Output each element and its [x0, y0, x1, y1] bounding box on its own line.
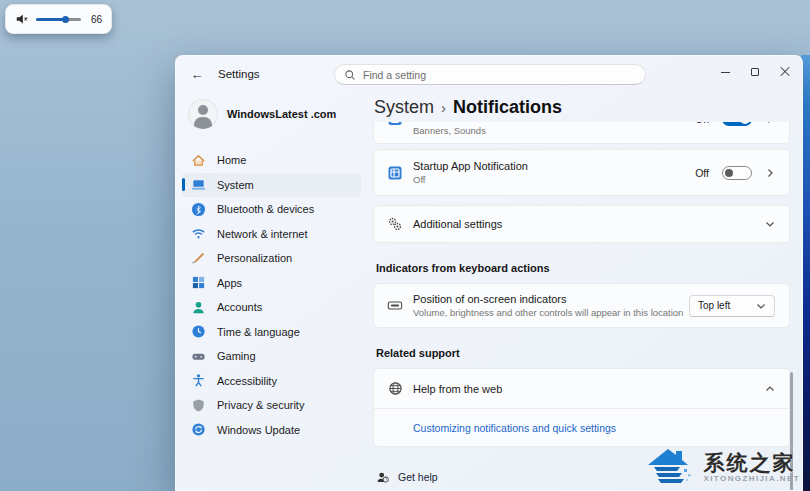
- startup-app-notification-row[interactable]: Startup App Notification Off Off: [373, 149, 790, 196]
- get-help-icon: ?: [376, 471, 389, 484]
- system-icon: [191, 177, 206, 192]
- minimize-icon: [721, 72, 730, 73]
- breadcrumb: System › Notifications: [371, 92, 796, 122]
- additional-settings-title: Additional settings: [413, 218, 765, 230]
- additional-settings-icon: [387, 216, 403, 232]
- onscreen-indicator-icon: [387, 298, 403, 313]
- chevron-right-icon: [765, 168, 775, 178]
- network-icon: [191, 226, 206, 241]
- accessibility-icon: [191, 373, 206, 388]
- volume-slider[interactable]: [36, 18, 81, 21]
- chevron-right-icon: [765, 122, 775, 124]
- search-icon: [344, 69, 356, 81]
- notifications-subtitle: Banners, Sounds: [413, 125, 695, 136]
- watermark-subtitle: XITONGZHIJIA.NET: [704, 474, 800, 483]
- volume-value: 66: [88, 14, 102, 25]
- sidebar-item-windows-update[interactable]: Windows Update: [182, 418, 361, 443]
- banners-icon: [387, 122, 403, 127]
- position-indicators-row: Position of on-screen indicators Volume,…: [373, 283, 790, 328]
- watermark-title: 系统之家: [704, 451, 796, 474]
- help-from-web-title: Help from the web: [413, 383, 765, 395]
- watermark: 系统之家 XITONGZHIJIA.NET: [644, 445, 800, 489]
- position-dropdown-value: Top left: [698, 300, 730, 311]
- help-from-web-card: Help from the web Customizing notificati…: [373, 368, 790, 447]
- sidebar-item-home[interactable]: Home: [182, 148, 361, 173]
- help-link-row: Customizing notifications and quick sett…: [374, 409, 789, 446]
- caption-buttons: [710, 56, 800, 88]
- sidebar-item-system[interactable]: System: [182, 173, 361, 198]
- sidebar-item-accessibility[interactable]: Accessibility: [182, 369, 361, 394]
- maximize-icon: [751, 68, 759, 76]
- gaming-icon: [191, 349, 206, 364]
- startup-toggle-label: Off: [695, 167, 709, 179]
- volume-slider-thumb[interactable]: [62, 16, 69, 23]
- minimize-button[interactable]: [710, 56, 740, 88]
- sidebar-item-network-internet[interactable]: Network & internet: [182, 222, 361, 247]
- sidebar-item-accounts[interactable]: Accounts: [182, 295, 361, 320]
- page-title: Notifications: [453, 97, 562, 118]
- xitongzhijia-logo-icon: [644, 445, 696, 489]
- back-arrow-icon: ←: [191, 67, 204, 82]
- bluetooth-icon: [191, 202, 206, 217]
- sidebar-item-bluetooth-devices[interactable]: Bluetooth & devices: [182, 197, 361, 222]
- position-dropdown[interactable]: Top left: [689, 295, 775, 317]
- search-box[interactable]: [334, 64, 646, 85]
- accounts-icon: [191, 300, 206, 315]
- personalization-icon: [191, 251, 206, 266]
- sidebar-item-privacy-security[interactable]: Privacy & security: [182, 393, 361, 418]
- close-button[interactable]: [770, 56, 800, 88]
- sidebar-item-personalization[interactable]: Personalization: [182, 246, 361, 271]
- back-button[interactable]: ←: [184, 63, 210, 85]
- get-help-label: Get help: [398, 471, 438, 483]
- chevron-up-icon: [765, 384, 775, 394]
- titlebar: ← Settings: [176, 56, 802, 92]
- settings-window: ← Settings WindowsLatest .com Home Syste…: [175, 55, 803, 491]
- home-icon: [191, 153, 206, 168]
- position-subtitle: Volume, brightness and other controls wi…: [413, 307, 689, 318]
- notifications-toggle-label: On: [695, 122, 709, 125]
- sidebar-item-time-language[interactable]: Time & language: [182, 320, 361, 345]
- sidebar-item-gaming[interactable]: Gaming: [182, 344, 361, 369]
- windows-update-icon: [191, 422, 206, 437]
- sidebar-nav: Home System Bluetooth & devices Network …: [176, 148, 371, 442]
- breadcrumb-root[interactable]: System: [374, 97, 434, 118]
- time-language-icon: [191, 324, 206, 339]
- avatar: [188, 99, 218, 129]
- startup-toggle[interactable]: [722, 166, 752, 180]
- user-account-row[interactable]: WindowsLatest .com: [176, 95, 371, 133]
- sidebar-item-apps[interactable]: Apps: [182, 271, 361, 296]
- additional-settings-row[interactable]: Additional settings: [373, 205, 790, 243]
- startup-app-icon: [387, 165, 403, 181]
- user-name: WindowsLatest .com: [227, 108, 336, 120]
- notifications-row[interactable]: Banners, Sounds On: [373, 122, 790, 144]
- startup-subtitle: Off: [413, 174, 695, 185]
- chevron-down-icon: [756, 301, 766, 311]
- scroll-viewport: Banners, Sounds On Startup App Notificat…: [371, 122, 792, 490]
- position-title: Position of on-screen indicators: [413, 293, 689, 305]
- apps-icon: [191, 275, 206, 290]
- sidebar: WindowsLatest .com Home System Bluetooth…: [176, 92, 371, 490]
- notifications-toggle[interactable]: [722, 122, 752, 126]
- close-icon: [780, 67, 790, 77]
- customizing-notifications-link[interactable]: Customizing notifications and quick sett…: [413, 422, 616, 434]
- maximize-button[interactable]: [740, 56, 770, 88]
- indicators-section-heading: Indicators from keyboard actions: [376, 262, 790, 274]
- help-from-web-header[interactable]: Help from the web: [374, 369, 789, 408]
- related-support-heading: Related support: [376, 347, 790, 359]
- window-title: Settings: [218, 68, 260, 80]
- privacy-icon: [191, 398, 206, 413]
- speaker-mute-icon: [15, 12, 29, 26]
- volume-flyout: 66: [5, 4, 112, 34]
- startup-title: Startup App Notification: [413, 160, 695, 172]
- search-input[interactable]: [363, 69, 636, 81]
- breadcrumb-separator-icon: ›: [441, 98, 446, 116]
- content-pane: System › Notifications Banners, Sounds O…: [371, 92, 796, 490]
- globe-icon: [387, 381, 403, 396]
- chevron-down-icon: [765, 219, 775, 229]
